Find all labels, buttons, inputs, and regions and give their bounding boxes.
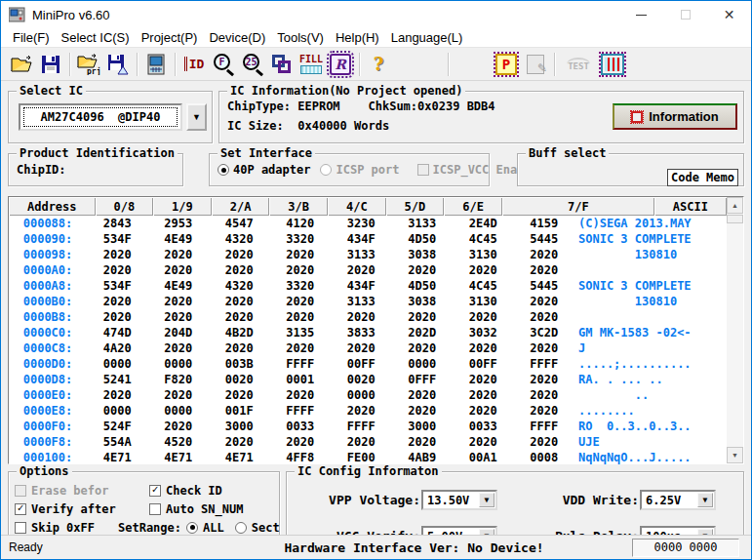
hex-cell[interactable]: 2020 xyxy=(514,403,575,419)
open-file-button[interactable] xyxy=(7,51,36,78)
hex-cell[interactable]: 4320 xyxy=(209,278,270,294)
hex-cell[interactable]: 3000 xyxy=(209,419,270,434)
hex-cell[interactable]: 2020 xyxy=(331,262,392,278)
hex-cell[interactable]: 3320 xyxy=(270,231,332,247)
row-ascii[interactable] xyxy=(574,309,727,325)
hex-cell[interactable]: 4C45 xyxy=(453,231,514,247)
hex-cell[interactable]: 4E71 xyxy=(87,450,148,465)
hex-cell[interactable]: 2020 xyxy=(514,340,575,356)
hex-cell[interactable]: 4A20 xyxy=(87,340,148,356)
hex-cell[interactable]: 2020 xyxy=(148,340,210,356)
hex-cell[interactable]: 2020 xyxy=(392,403,454,419)
hex-cell[interactable]: 2020 xyxy=(270,294,332,309)
hex-cell[interactable]: 3133 xyxy=(392,216,454,231)
hex-cell[interactable]: 2020 xyxy=(270,247,332,262)
hex-cell[interactable]: 3133 xyxy=(331,247,392,262)
table-row[interactable]: 000088: 2843295345474120323031332E4D4159… xyxy=(9,216,727,231)
hex-cell[interactable]: 5241 xyxy=(87,372,148,387)
table-row[interactable]: 000090: 534F4E4943203320434F4D504C455445… xyxy=(9,231,727,247)
save-project-button[interactable] xyxy=(103,51,133,78)
table-row[interactable]: 000098: 20202020202020203133303831302020… xyxy=(9,247,727,262)
hex-cell[interactable]: 3032 xyxy=(453,325,514,340)
select-ic-combobox[interactable]: AM27C4096 @DIP40 xyxy=(19,103,182,131)
hex-cell[interactable]: 2020 xyxy=(453,434,514,450)
hex-cell[interactable]: 2020 xyxy=(209,340,270,356)
menu-item[interactable]: File(F) xyxy=(7,28,56,47)
open-project-button[interactable]: prj xyxy=(74,51,103,78)
hex-cell[interactable]: 474D xyxy=(87,325,148,340)
hex-cell[interactable]: 2E4D xyxy=(453,216,514,231)
hex-cell[interactable]: 2953 xyxy=(148,216,210,231)
chip-r-button[interactable]: R xyxy=(326,51,355,78)
table-row[interactable]: 0000F0: 524F202030000033FFFF30000033FFFF… xyxy=(9,419,727,434)
hex-cell[interactable]: 2020 xyxy=(331,309,392,325)
hex-cell[interactable]: 2020 xyxy=(392,262,454,278)
hex-cell[interactable]: 2020 xyxy=(270,387,332,403)
hex-cell[interactable]: 3038 xyxy=(392,247,454,262)
help-button[interactable]: ? xyxy=(364,51,393,78)
hex-cell[interactable]: 2020 xyxy=(453,309,514,325)
close-button[interactable]: ✕ xyxy=(707,1,751,28)
hex-cell[interactable]: 5445 xyxy=(514,231,575,247)
hex-cell[interactable]: 4E49 xyxy=(148,231,210,247)
table-row[interactable]: 0000C8: 4A202020202020202020202020202020… xyxy=(9,340,727,356)
vertical-scrollbar[interactable]: ▲ ▼ xyxy=(727,197,743,463)
maximize-button[interactable] xyxy=(663,1,707,28)
adapter-radio[interactable] xyxy=(218,164,229,176)
hex-cell[interactable]: FFFF xyxy=(270,403,332,419)
hex-cell[interactable]: 4547 xyxy=(209,216,270,231)
table-row[interactable]: 0000F8: 554A4520202020202020202020202020… xyxy=(9,434,727,450)
hex-cell[interactable]: 3C2D xyxy=(514,325,575,340)
hex-cell[interactable]: 554A xyxy=(87,434,148,450)
hex-cell[interactable]: 3135 xyxy=(270,325,332,340)
verify-after-checkbox[interactable] xyxy=(15,503,26,515)
hex-cell[interactable]: 4120 xyxy=(270,216,332,231)
hex-cell[interactable]: 2020 xyxy=(453,387,514,403)
hex-cell[interactable]: 4AB9 xyxy=(392,450,454,465)
program-chip-button[interactable]: P xyxy=(492,51,521,78)
hex-cell[interactable]: 2020 xyxy=(514,387,575,403)
hex-cell[interactable]: 204D xyxy=(148,325,210,340)
hex-cell[interactable]: 2020 xyxy=(148,309,210,325)
hex-cell[interactable]: 00A1 xyxy=(453,450,514,465)
hex-cell[interactable]: 534F xyxy=(87,231,148,247)
save-file-button[interactable] xyxy=(36,51,65,78)
hex-cell[interactable]: 2020 xyxy=(87,387,148,403)
hex-cell[interactable]: 0FFF xyxy=(392,372,454,387)
hex-cell[interactable]: 2020 xyxy=(514,372,575,387)
hex-cell[interactable]: 2020 xyxy=(331,340,392,356)
hex-cell[interactable]: 0000 xyxy=(392,356,454,372)
row-ascii[interactable]: 130810 xyxy=(574,247,727,262)
hex-cell[interactable]: 2020 xyxy=(270,262,332,278)
row-ascii[interactable]: .. xyxy=(574,387,727,403)
hex-cell[interactable]: 2020 xyxy=(148,387,210,403)
row-ascii[interactable]: (C)SEGA 2013.MAY xyxy=(574,216,727,231)
check-id-button[interactable]: ID xyxy=(179,51,209,78)
table-row[interactable]: 0000B0: 20202020202020203133303831302020… xyxy=(9,294,727,309)
hex-cell[interactable]: 0033 xyxy=(270,419,332,434)
hex-cell[interactable]: 2020 xyxy=(331,403,392,419)
menu-item[interactable]: Help(H) xyxy=(330,28,385,47)
hex-cell[interactable]: 4E71 xyxy=(209,450,270,465)
hex-cell[interactable]: 5445 xyxy=(514,278,575,294)
config-dropdown[interactable]: 13.50V ▼ xyxy=(421,490,497,510)
ic-socket-button[interactable] xyxy=(598,51,627,78)
edit-buffer-button[interactable] xyxy=(521,51,550,78)
hex-cell[interactable]: 0020 xyxy=(209,372,270,387)
hex-cell[interactable]: 4E49 xyxy=(148,278,210,294)
hex-cell[interactable]: 2020 xyxy=(270,434,332,450)
row-ascii[interactable]: RO 0..3..0..3.. xyxy=(574,419,727,434)
scroll-up-button[interactable]: ▲ xyxy=(727,197,743,214)
hex-cell[interactable]: FFFF xyxy=(514,356,575,372)
hex-cell[interactable]: FFFF xyxy=(331,419,392,434)
test-button[interactable]: TEST xyxy=(559,51,598,78)
hex-cell[interactable]: 2020 xyxy=(209,434,270,450)
hex-cell[interactable]: 434F xyxy=(331,278,392,294)
hex-cell[interactable]: 2020 xyxy=(331,434,392,450)
hex-cell[interactable]: 2020 xyxy=(453,372,514,387)
row-ascii[interactable]: SONIC 3 COMPLETE xyxy=(574,231,727,247)
hex-cell[interactable]: 2843 xyxy=(87,216,148,231)
hex-cell[interactable]: 2020 xyxy=(87,262,148,278)
row-ascii[interactable]: UJE xyxy=(574,434,727,450)
row-ascii[interactable]: RA. . ... .. xyxy=(574,372,727,387)
